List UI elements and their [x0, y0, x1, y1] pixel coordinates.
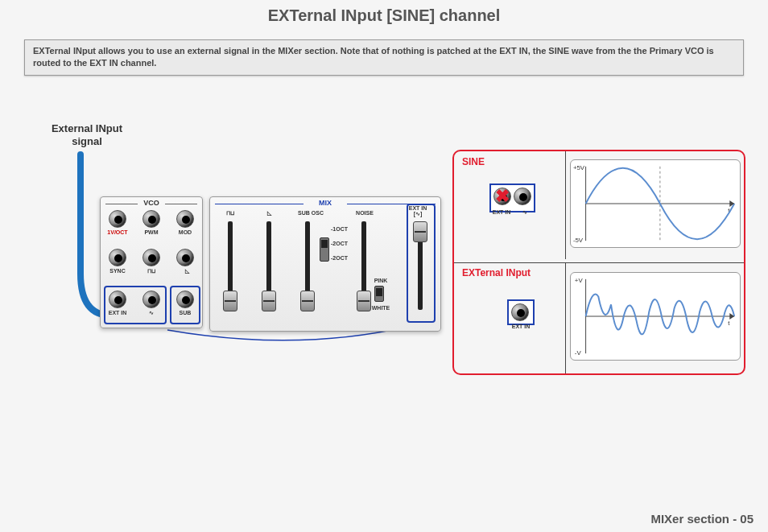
jack-mod-label: MOD [171, 229, 199, 235]
jack-mod[interactable] [176, 210, 194, 228]
jack-saw-out[interactable] [176, 249, 194, 266]
sine-wave-box: +5V -5V t [570, 159, 741, 248]
mini-extin-label-2: EXT IN [506, 324, 536, 329]
jack-sine-icon: ∿ [139, 310, 163, 316]
jack-sine-out[interactable] [142, 291, 160, 308]
ext-negv: -V [575, 349, 582, 357]
diagram-divider-v-bot [565, 262, 566, 373]
jack-pwm-label: PWM [138, 229, 165, 235]
jack-saw-icon: ◺ [175, 268, 199, 274]
ext-jack-box [507, 299, 535, 325]
ext-title: EXTernal INput [462, 267, 531, 278]
sine-jack-box: ✖ [489, 184, 535, 212]
subosc-opt2: -2OCT [331, 241, 358, 246]
ext-t: t [728, 320, 730, 327]
fader-sub[interactable] [300, 291, 315, 311]
jack-sync-label: SYNC [104, 268, 131, 274]
diagram-divider-h [454, 262, 744, 263]
vco-panel: VCO 1V/OCT PWM MOD SYNC ⊓⊔ ◺ EXT IN ∿ SU… [100, 196, 203, 328]
mini-sine-icon: ∿ [515, 209, 535, 216]
jack-pulse-icon: ⊓⊔ [139, 268, 163, 274]
jack-1voct-label: 1V/OCT [102, 229, 133, 235]
mix-extin-highlight [407, 204, 436, 323]
fader-label-pulse: ⊓⊔ [218, 210, 242, 217]
subosc-switch[interactable] [320, 237, 329, 262]
ext-wave-svg: +V -V t [571, 273, 740, 360]
mix-panel: MIX ⊓⊔ ◺ SUB OSC NOISE EXT IN[∿] -1OCT -… [209, 196, 441, 332]
jack-sub-label: SUB [171, 310, 199, 315]
vco-header: VCO [101, 199, 202, 207]
diagram-box: SINE ✖ EXT IN ∿ +5V -5V t EXTernal INput… [452, 150, 745, 375]
jack-sub-out[interactable] [176, 291, 194, 308]
subosc-opt1: -1OCT [331, 226, 358, 232]
fader-label-noise: NOISE [349, 210, 381, 216]
fader-label-subosc: SUB OSC [291, 210, 331, 216]
mini-jack-extin [511, 303, 529, 321]
fader-pulse[interactable] [223, 291, 237, 311]
sine-title: SINE [462, 156, 485, 167]
mini-jack-sine [514, 188, 531, 205]
jack-pulse-out[interactable] [142, 249, 160, 266]
jack-ext-in-label: EXT IN [102, 310, 133, 315]
jack-ext-in[interactable] [109, 291, 126, 308]
ext-posv: +V [575, 277, 584, 284]
noise-white: WHITE [366, 305, 395, 311]
diagram-divider-v-top [565, 151, 566, 259]
cross-icon: ✖ [495, 186, 510, 207]
ext-wave-box: +V -V t [570, 272, 741, 361]
mini-extin-label-1: EXT IN [489, 209, 514, 215]
sine-pos5v: +5V [573, 164, 585, 171]
sine-wave-svg: +5V -5V t [571, 160, 740, 247]
subosc-opt3: -2OCT [331, 255, 358, 261]
noise-pink: PINK [370, 278, 392, 283]
jack-sync[interactable] [109, 249, 126, 266]
jack-1voct[interactable] [109, 210, 126, 228]
fader-label-saw: ◺ [257, 210, 281, 217]
jack-pwm[interactable] [142, 210, 160, 228]
fader-saw[interactable] [262, 291, 276, 311]
sine-neg5v: -5V [573, 237, 584, 244]
page-footer: MIXer section - 05 [650, 512, 754, 526]
noise-switch[interactable] [374, 286, 384, 302]
